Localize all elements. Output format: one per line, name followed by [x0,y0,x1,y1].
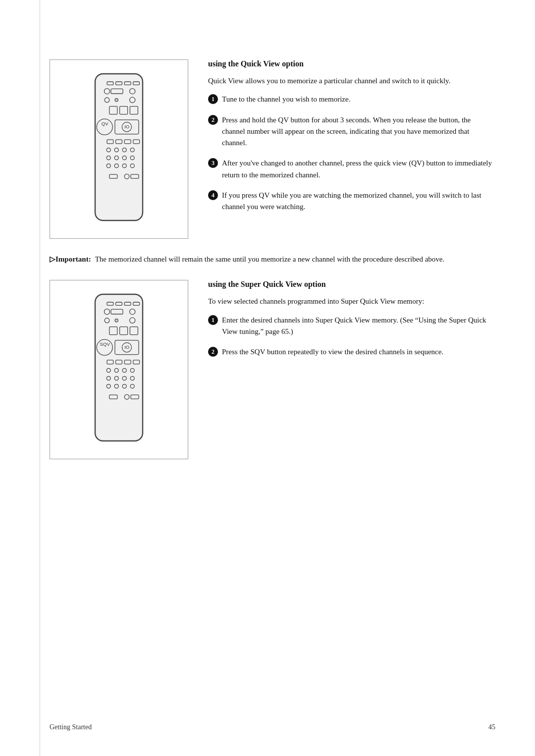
quick-view-section: QV IO [50,59,495,239]
step-text-4: If you press QV while you are watching t… [222,190,495,213]
step-number-1: 1 [208,94,218,104]
footer-left: Getting Started [50,723,92,731]
sqv-step-text-1: Enter the desired channels into Super Qu… [222,315,495,338]
svg-rect-0 [95,74,143,220]
sqv-step-item-1: 1 Enter the desired channels into Super … [208,315,495,338]
remote-image-1: QV IO [50,59,188,239]
margin-line [40,0,41,756]
important-label: ▷Important: [50,254,91,265]
step-item-2: 2 Press and hold the QV button for about… [208,114,495,149]
super-quick-view-steps: 1 Enter the desired channels into Super … [208,315,495,358]
step-number-4: 4 [208,190,218,200]
svg-text:IO: IO [124,124,129,129]
step-number-2: 2 [208,115,218,125]
footer-right: 45 [488,723,495,731]
step-number-3: 3 [208,158,218,168]
sqv-step-item-2: 2 Press the SQV button repeatedly to vie… [208,346,495,358]
svg-text:QV: QV [102,121,108,126]
footer: Getting Started 45 [0,723,535,731]
svg-text:SQV: SQV [100,341,110,347]
step-item-4: 4 If you press QV while you are watching… [208,190,495,213]
quick-view-steps: 1 Tune to the channel you wish to memori… [208,94,495,213]
step-text-3: After you've changed to another channel,… [222,158,495,181]
remote-svg-2: SQV IO [79,290,159,449]
section1-title: using the Quick View option [208,59,495,68]
remote-svg-1: QV IO [79,70,159,228]
remote-image-2: SQV IO [50,280,188,459]
section2-intro: To view selected channels programmed int… [208,296,495,307]
svg-rect-38 [95,294,143,441]
important-block: ▷Important: The memorized channel will r… [50,254,495,265]
svg-text:IO: IO [124,345,129,350]
svg-point-47 [115,319,118,322]
sqv-step-text-2: Press the SQV button repeatedly to view … [222,346,495,358]
svg-point-9 [115,99,118,102]
page: QV IO [0,0,535,756]
sqv-step-number-2: 2 [208,347,218,357]
section2-title: using the Super Quick View option [208,280,495,289]
important-text: The memorized channel will remain the sa… [95,254,445,265]
step-text-2: Press and hold the QV button for about 3… [222,114,495,149]
sqv-step-number-1: 1 [208,315,218,325]
section1-intro: Quick View allows you to memorize a part… [208,75,495,87]
quick-view-instructions: using the Quick View option Quick View a… [208,59,495,239]
super-quick-view-instructions: using the Super Quick View option To vie… [208,280,495,459]
step-text-1: Tune to the channel you wish to memorize… [222,94,495,105]
super-quick-view-section: SQV IO [50,280,495,459]
step-item-3: 3 After you've changed to another channe… [208,158,495,181]
step-item-1: 1 Tune to the channel you wish to memori… [208,94,495,105]
